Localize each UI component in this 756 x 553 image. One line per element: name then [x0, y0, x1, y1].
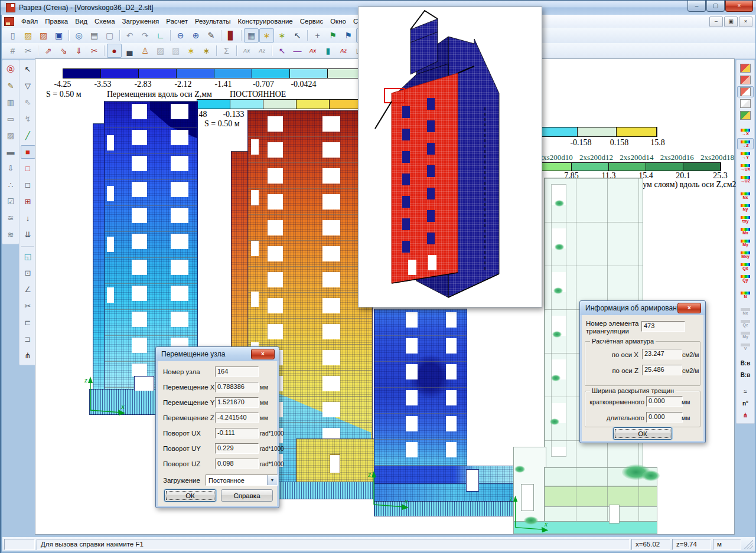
value-field[interactable]: 25.486	[642, 365, 682, 375]
toolbar-button[interactable]	[102, 44, 106, 57]
menu-item[interactable]: Загружения	[119, 17, 163, 26]
open-file[interactable]: ▨	[21, 28, 35, 42]
menu-item[interactable]: Окно	[327, 17, 350, 26]
panel-gray[interactable]: ▬	[4, 145, 18, 159]
force-ny[interactable]: Ny	[737, 202, 754, 213]
label-ax-red[interactable]: Ax	[305, 44, 320, 58]
force-txy[interactable]: τxy	[737, 214, 754, 225]
rebar-values-off[interactable]: В:в	[737, 369, 754, 381]
tool-button[interactable]	[21, 244, 34, 247]
dim-cut[interactable]: ✂	[87, 44, 102, 58]
sum-sigma[interactable]: Σ	[219, 44, 234, 58]
edit-pencil[interactable]: ✎	[204, 28, 219, 42]
save[interactable]: ▣	[51, 28, 66, 42]
result-tool[interactable]	[737, 284, 754, 289]
select-frame[interactable]: ▢	[102, 28, 117, 42]
value-field[interactable]: -0.111	[215, 428, 259, 439]
cut-fragment[interactable]: ✂	[21, 299, 35, 313]
zoom-out[interactable]: ⊖	[173, 28, 188, 42]
toolbar-button[interactable]	[67, 29, 71, 42]
result-tool[interactable]	[737, 185, 754, 189]
fragment-window[interactable]: ◱	[21, 250, 35, 263]
isolines[interactable]	[737, 98, 754, 109]
new-file[interactable]: ▯	[5, 28, 20, 42]
draw-hatch[interactable]: ✎	[4, 79, 18, 93]
detach-part[interactable]: ⊏	[21, 316, 35, 329]
chevron-down-icon[interactable]: ▼	[267, 475, 277, 485]
result-tool[interactable]	[737, 381, 754, 385]
mesh-flash[interactable]: ∗	[259, 28, 274, 42]
pointer[interactable]: ↖	[21, 63, 35, 76]
load-man[interactable]: ♙	[138, 44, 152, 58]
mesh-pick[interactable]: ↖	[290, 28, 305, 42]
load-weight[interactable]: ●	[107, 44, 122, 58]
crack-widths-off[interactable]: ≈	[737, 386, 754, 397]
result-tool[interactable]	[737, 301, 754, 305]
support-spring-2[interactable]: ≋	[4, 228, 18, 241]
mdi-restore-button[interactable]: ▣	[724, 17, 738, 27]
mosaic-rainbow[interactable]	[737, 110, 754, 121]
label-ax-gray[interactable]: Ax	[239, 44, 254, 58]
hatch-area-2[interactable]: ▨	[168, 44, 183, 58]
flag-green[interactable]: ⚑	[325, 28, 340, 42]
load-press[interactable]: ▄	[122, 44, 137, 58]
toolbar-button[interactable]	[214, 44, 219, 57]
mosaic-stress[interactable]	[737, 63, 754, 74]
crosshair-pick[interactable]: +	[310, 28, 325, 42]
toolbar-button[interactable]	[118, 29, 122, 42]
force-n[interactable]: N	[737, 289, 754, 300]
angle-measure[interactable]: ∠	[21, 283, 35, 296]
force-my-off[interactable]: My	[737, 329, 754, 341]
toolbar-button[interactable]	[270, 44, 274, 57]
dash-purple[interactable]: —	[290, 44, 305, 58]
disp-uz[interactable]: →UZ	[737, 174, 754, 185]
ucs-axes[interactable]: ∟	[153, 28, 168, 42]
maximize-button[interactable]: ▢	[706, 1, 725, 12]
value-field[interactable]: 0.229	[215, 443, 259, 454]
drop-assign[interactable]: ⇩	[4, 162, 18, 175]
menu-item[interactable]: Сервис	[296, 17, 327, 26]
menu-item[interactable]: Вид	[71, 17, 91, 26]
mosaic-active[interactable]	[737, 86, 754, 97]
rebar-n[interactable]: n°	[737, 398, 754, 409]
paint-select[interactable]: ╱	[21, 129, 35, 142]
force-qy[interactable]: Qy	[737, 273, 754, 284]
zoom-in[interactable]: ⊕	[188, 28, 203, 42]
value-field[interactable]: 0.788386	[215, 382, 259, 392]
value-field[interactable]: 164	[215, 367, 259, 377]
value-field[interactable]: 0.000	[646, 412, 683, 423]
select-rect-red[interactable]: □	[21, 162, 35, 175]
toolbar-button[interactable]	[36, 44, 40, 57]
toolbar-button[interactable]	[239, 29, 243, 42]
supports-red[interactable]: ⋔	[737, 410, 754, 421]
element-number-field[interactable]: 473	[641, 321, 685, 332]
ok-button[interactable]: ОК	[613, 427, 672, 440]
resize-grip[interactable]	[744, 540, 753, 549]
rebar-values[interactable]: В:в	[737, 358, 754, 369]
force-v-off[interactable]: V	[737, 341, 754, 352]
value-field[interactable]: -4.241540	[215, 413, 259, 423]
menu-item[interactable]: Конструирование	[234, 17, 296, 26]
force-qx[interactable]: Qx	[737, 261, 754, 272]
stand-support[interactable]: ⋔	[21, 349, 35, 362]
help-button[interactable]: Справка	[221, 489, 273, 502]
select-poly[interactable]: ↯	[21, 112, 35, 126]
value-field[interactable]: 1.521670	[215, 397, 259, 408]
nodes-chain[interactable]: ∴	[4, 178, 18, 192]
grid-cut[interactable]: ✂	[21, 44, 35, 58]
hatch-area[interactable]: ▨	[153, 44, 168, 58]
redo[interactable]: ↷	[138, 28, 152, 42]
book-red[interactable]: ▊	[224, 28, 239, 42]
select-rect-black[interactable]: □	[21, 178, 35, 192]
select-prev[interactable]: ⇖	[21, 96, 35, 109]
label-az-red[interactable]: Az	[336, 44, 351, 58]
force-mxy[interactable]: Mxy	[737, 249, 754, 260]
ok-button[interactable]: ОК	[164, 489, 216, 502]
close-button[interactable]: ×	[725, 1, 753, 12]
toolbar-button[interactable]	[168, 29, 172, 42]
disp-y[interactable]: →Y	[737, 150, 754, 161]
frame-hatch[interactable]: ▨	[4, 129, 18, 142]
node-add[interactable]: ⓐ	[4, 63, 18, 76]
force-qz-off[interactable]: Qz	[737, 318, 754, 329]
print-preview[interactable]: ◎	[71, 28, 86, 42]
